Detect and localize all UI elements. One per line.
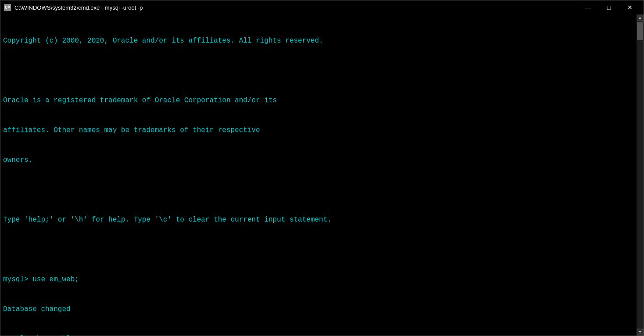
- oracle-line3: owners.: [3, 155, 641, 165]
- scroll-up-arrow[interactable]: ▲: [637, 14, 644, 21]
- blank2: [3, 185, 641, 195]
- terminal-body[interactable]: Copyright (c) 2000, 2020, Oracle and/or …: [0, 14, 644, 336]
- blank3: [3, 245, 641, 255]
- copyright-line: Copyright (c) 2000, 2020, Oracle and/or …: [3, 36, 641, 46]
- app-icon-text: C#: [5, 5, 10, 10]
- terminal-window: C# C:\WINDOWS\system32\cmd.exe - mysql -…: [0, 0, 644, 336]
- title-bar: C# C:\WINDOWS\system32\cmd.exe - mysql -…: [0, 0, 644, 14]
- help-line: Type 'help;' or '\h' for help. Type '\c'…: [3, 215, 641, 225]
- terminal-output: Copyright (c) 2000, 2020, Oracle and/or …: [3, 16, 641, 336]
- oracle-line1: Oracle is a registered trademark of Orac…: [3, 96, 641, 106]
- title-bar-controls: — □ ✕: [578, 0, 640, 14]
- scrollbar-thumb[interactable]: [637, 22, 643, 40]
- minimize-button[interactable]: —: [578, 0, 598, 14]
- close-button[interactable]: ✕: [620, 0, 640, 14]
- oracle-line2: affiliates. Other names may be trademark…: [3, 125, 641, 136]
- scrollbar[interactable]: ▲ ▼: [637, 14, 644, 336]
- cmd-use: mysql> use em_web;: [3, 275, 641, 285]
- title-bar-left: C# C:\WINDOWS\system32\cmd.exe - mysql -…: [4, 4, 143, 11]
- app-icon: C#: [4, 4, 11, 11]
- blank1: [3, 66, 641, 76]
- cmd-show: mysql> show tables;: [3, 334, 641, 336]
- maximize-button[interactable]: □: [599, 0, 619, 14]
- window-title: C:\WINDOWS\system32\cmd.exe - mysql -uro…: [14, 4, 143, 11]
- scroll-down-arrow[interactable]: ▼: [637, 329, 644, 336]
- db-changed: Database changed: [3, 304, 641, 315]
